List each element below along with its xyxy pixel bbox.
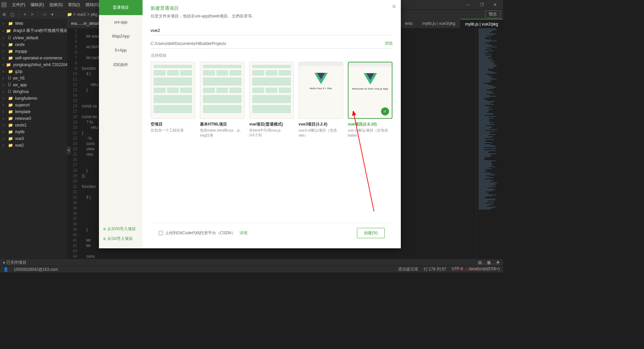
syntax-hint[interactable]: 语法提示库 (398, 266, 418, 272)
sidebar-item[interactable]: ›📁superurl (0, 102, 67, 108)
menu-file[interactable]: 文件(F) (9, 2, 28, 8)
chevron-right-icon: › (3, 69, 6, 74)
sidebar-item[interactable]: ›📁dragUI 基于uni的可拖拽可视化编程... (0, 27, 67, 35)
chevron-right-icon: › (3, 62, 4, 67)
folder-icon: Ü (8, 76, 11, 81)
template-card[interactable]: Hello Vue 3 + Vite· · · · · ·· · · · · ·… (299, 62, 343, 138)
minimap[interactable] (476, 19, 503, 266)
minimize-icon[interactable]: ─ (462, 2, 475, 7)
sidebar-item[interactable]: ›📁template (0, 108, 67, 115)
project-path-input[interactable] (151, 41, 385, 46)
side-item-wap2app[interactable]: Wap2App (99, 29, 143, 43)
sidebar-item-label: Web (15, 21, 23, 26)
menu-select[interactable]: 选择(S) (47, 2, 65, 8)
terminal-icon[interactable]: ▤ (478, 260, 482, 265)
editor-tab[interactable]: mylib.js | vue3/pkg (418, 19, 461, 28)
sidebar-item[interactable]: ›📁gzip (0, 68, 67, 75)
upload-checkbox[interactable]: 上传到GitCode代码托管平台（CSDN） (159, 230, 235, 236)
template-title: 空项目 (151, 121, 195, 127)
back-icon[interactable]: < (24, 12, 26, 17)
line-gutter: 2345678910111213141516171819202122232425… (67, 19, 79, 266)
editor-tab[interactable]: mylib.js | vue2/pkg (461, 19, 503, 28)
sidebar-item-label: gzip (15, 69, 22, 74)
bookmark-icon[interactable]: ☆ (43, 12, 47, 17)
import-git-link[interactable]: 从Git导入项目 (99, 234, 143, 244)
folder-icon: Ü (8, 36, 11, 40)
template-card[interactable]: 空项目仅包含一个工程目录 (151, 62, 195, 138)
maximize-icon[interactable]: ❐ (475, 2, 488, 7)
template-card[interactable]: vue项目(普通模式)在html中引用vue.js (v3.2.8) (249, 62, 294, 138)
import-svn-link[interactable]: 从SVN导入项目 (99, 224, 143, 234)
chevron-right-icon: › (3, 49, 6, 54)
sidebar-item[interactable]: ›📁vue2 (0, 142, 67, 149)
breadcrumb-1[interactable]: pkg (91, 12, 97, 17)
sidebar-item[interactable]: ›Üwx_h5 (0, 75, 67, 82)
template-card[interactable]: Welcome to Your Vue.js App· · · · · ·· ·… (348, 62, 392, 138)
sidebar-item[interactable]: ›📁newvue3 (0, 115, 67, 122)
chevron-right-icon: › (3, 42, 6, 47)
new-window-icon[interactable]: ⧉ (3, 12, 6, 17)
sidebar-item-label: mylib (15, 130, 24, 134)
menu-edit[interactable]: 编辑(E) (28, 2, 47, 8)
cursor-position[interactable]: 行:179 列:57 (424, 266, 446, 272)
sidebar-item-label: superurl (15, 103, 30, 107)
sidebar-item[interactable]: ›📁vue3 (0, 135, 67, 142)
upload-checkbox-input[interactable] (159, 231, 163, 235)
check-icon: ✓ (381, 107, 389, 115)
sidebar-item[interactable]: ›📁ceshi (0, 41, 67, 48)
project-name-input[interactable] (151, 26, 393, 35)
user-icon: 👤 (3, 267, 8, 272)
sidebar-item-label: template (15, 109, 31, 114)
breadcrumb[interactable]: 📁 > vue2 > pkg (67, 12, 97, 17)
sidebar-item[interactable]: ›📁Web (0, 20, 67, 27)
side-item-ide[interactable]: IDE插件 (99, 57, 143, 72)
details-link[interactable]: 详情 (239, 230, 248, 236)
side-item-normal[interactable]: 普通项目 (99, 0, 143, 15)
watermark: Yuucn.com (482, 262, 500, 266)
project-sidebar[interactable]: ›📁Web›📁dragUI 基于uni的可拖拽可视化编程...›ÜuView_d… (0, 19, 67, 266)
template-title: vue项目(2.6.10) (348, 121, 392, 127)
chevron-right-icon: › (3, 103, 6, 107)
folder-icon: 📁 (8, 103, 13, 107)
chevron-right-icon: › (3, 123, 6, 128)
closed-projects[interactable]: ▸ 已关闭项目 (3, 260, 26, 265)
user-email[interactable]: 15500026042@163.com (14, 267, 58, 272)
sidebar-item[interactable]: ›Üwx_app (0, 82, 67, 88)
sidebar-item[interactable]: ›📁myapp (0, 48, 67, 55)
sidebar-item-label: vue2 (15, 143, 24, 148)
sidebar-item-label: kangfudemo (15, 96, 37, 101)
create-button[interactable]: 创建(N) (357, 228, 385, 238)
template-card[interactable]: 基本HTML项目包含index.html和css、js、img目录 (200, 62, 245, 138)
editor-tab[interactable]: ents (400, 19, 418, 28)
dialog-close-icon[interactable]: ✕ (392, 3, 396, 10)
template-desc: vue3-cli默认项目（包含vite） (299, 128, 343, 138)
dialog-main: 新建普通项目 任意文件夹项目，包括非uni-app的web项目、文档目录等。 浏… (143, 0, 401, 248)
sidebar-item[interactable]: ›Üdonghua (0, 88, 67, 95)
breadcrumb-0[interactable]: vue2 (77, 12, 86, 17)
save-icon[interactable]: ▢ (10, 12, 14, 17)
sidebar-item[interactable]: ›ÜuView_default (0, 35, 67, 41)
close-icon[interactable]: ✕ (488, 2, 502, 7)
csdn-watermark: CSDN @cs码超人 (453, 267, 483, 272)
folder-icon: 📁 (8, 109, 13, 114)
template-title: vue项目(普通模式) (249, 121, 294, 127)
sidebar-item[interactable]: ›📁ceshi1 (0, 122, 67, 129)
chevron-down-icon[interactable]: ▾ (51, 12, 53, 17)
forward-icon[interactable]: > (31, 12, 33, 17)
folder-icon: 📁 (8, 123, 13, 128)
preview-button[interactable]: 预览 (485, 10, 500, 18)
folder-icon: 📁 (8, 21, 13, 26)
folder-icon: Ü (8, 83, 11, 87)
dialog-title: 新建普通项目 (151, 5, 393, 11)
chevron-right-icon: › (3, 136, 6, 141)
sidebar-item[interactable]: ›📁yongkangzhihui_wh4.720220419 (0, 61, 67, 68)
browse-link[interactable]: 浏览 (385, 41, 393, 46)
sidebar-item[interactable]: ›📁mylib (0, 129, 67, 135)
collapse-sidebar-icon[interactable]: < (67, 146, 71, 154)
menu-find[interactable]: 查找(I) (65, 2, 83, 8)
side-item-5plus[interactable]: 5+App (99, 43, 143, 57)
sidebar-item[interactable]: ›📁kangfudemo (0, 95, 67, 102)
sidebar-item[interactable]: ›📁self-operated-e-commerce (0, 55, 67, 61)
side-item-uniapp[interactable]: uni-app (99, 15, 143, 29)
sidebar-item-label: yongkangzhihui_wh4.720220419 (13, 62, 67, 67)
